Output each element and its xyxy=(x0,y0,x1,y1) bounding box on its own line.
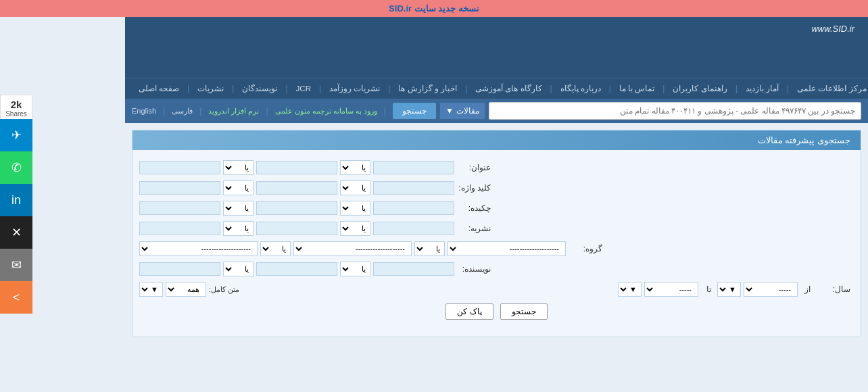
abstract-row: چکیده: یاونه یاونه xyxy=(139,201,854,216)
year-from-op[interactable]: ▼ xyxy=(717,282,741,297)
fulltext-select[interactable]: همه xyxy=(166,282,206,297)
fulltext-label: متن کامل: xyxy=(209,285,239,294)
keyword-input-2[interactable] xyxy=(256,181,337,195)
articles-dropdown-label: مقالات xyxy=(456,106,479,116)
nav-publications[interactable]: نشریات xyxy=(191,78,231,99)
title-input-2[interactable] xyxy=(256,161,337,174)
title-input-1[interactable] xyxy=(373,161,454,174)
title-op-1[interactable]: یاونه xyxy=(340,160,370,175)
journal-row: نشریه: یاونه یاونه xyxy=(139,221,854,236)
articles-dropdown[interactable]: مقالات ▼ xyxy=(440,103,485,119)
author-op-2[interactable]: یاونه xyxy=(223,262,254,276)
nav-guide[interactable]: راهنمای کاربران xyxy=(666,78,733,99)
banner-text: نسخه جدید سایت SID.ir xyxy=(389,3,479,14)
keyword-input-1[interactable] xyxy=(373,181,454,195)
keyword-op-1[interactable]: یاونه xyxy=(340,180,370,195)
nav-jcr[interactable]: JCR xyxy=(289,79,318,98)
year-label: سال: xyxy=(817,285,854,294)
abstract-label: چکیده: xyxy=(457,203,494,213)
author-row: نویسنده: یاونه یاونه xyxy=(139,262,854,276)
nav-stats[interactable]: آمار بازدید xyxy=(739,78,786,99)
button-row: جستجو پاک کن xyxy=(139,303,854,326)
clear-button[interactable]: پاک کن xyxy=(445,303,493,320)
search-button[interactable]: جستجو xyxy=(500,303,548,320)
top-banner: نسخه جدید سایت SID.ir xyxy=(0,0,868,17)
search-bar-row: مقالات ▼ جستجو | ورود به سامانه ترجمه مت… xyxy=(125,99,868,123)
shares-label: Shares xyxy=(3,110,29,118)
keyword-label: کلید واژه: xyxy=(457,183,494,193)
group-op-2[interactable]: یاونه xyxy=(260,241,291,256)
site-logo: www.SID.ir xyxy=(811,24,854,34)
share-number: 2k xyxy=(3,99,29,110)
year-to-op[interactable]: ▼ xyxy=(618,282,642,297)
nav-home[interactable]: صفحه اصلی xyxy=(132,78,186,99)
share-count: 2k Shares xyxy=(0,95,32,119)
advanced-search-title: جستجوی پیشرفته مقالات xyxy=(132,130,861,150)
nav-authors[interactable]: نویسندگان xyxy=(235,78,284,99)
nav-contact[interactable]: تماس با ما xyxy=(612,78,661,99)
social-sidebar: 2k Shares ✈ ✆ in ✕ ✉ < xyxy=(0,95,32,314)
journal-label: نشریه: xyxy=(457,224,494,233)
journal-op-1[interactable]: یاونه xyxy=(340,221,370,236)
year-fulltext-row: سال: از ----- ▼ تا ----- ▼ متن کامل: xyxy=(139,282,854,297)
dropdown-arrow-icon: ▼ xyxy=(445,106,454,116)
journal-op-2[interactable]: یاونه xyxy=(223,221,254,236)
android-link[interactable]: نرم افزار اندروید xyxy=(208,107,259,116)
title-input-3[interactable] xyxy=(139,161,220,174)
abstract-input-3[interactable] xyxy=(139,201,220,215)
group-label: گروه: xyxy=(569,244,606,253)
advanced-search-container: جستجوی پیشرفته مقالات عنوان: یاونه یاونه… xyxy=(132,130,861,337)
fulltext-op[interactable]: ▼ xyxy=(139,282,163,297)
from-label: از xyxy=(800,285,814,294)
title-row: عنوان: یاونه یاونه xyxy=(139,160,854,175)
email-button[interactable]: ✉ xyxy=(0,249,32,281)
nav-updated[interactable]: نشریات روزآمد xyxy=(322,78,387,99)
to-label: تا xyxy=(701,285,715,294)
main-wrapper: www.SID.ir صفحه اصلی | نشریات | نویسندگا… xyxy=(125,17,868,337)
author-input-3[interactable] xyxy=(139,262,220,276)
author-op-1[interactable]: یاونه xyxy=(340,262,370,276)
main-search-button[interactable]: جستجو xyxy=(393,103,436,119)
keyword-input-3[interactable] xyxy=(139,181,220,195)
nav-bar: صفحه اصلی | نشریات | نویسندگان | JCR | ن… xyxy=(125,78,868,99)
title-op-2[interactable]: یاونه xyxy=(223,160,254,175)
share-button[interactable]: < xyxy=(0,281,32,314)
keyword-row: کلید واژه: یاونه یاونه xyxy=(139,180,854,195)
group-select-1[interactable]: -------------------- xyxy=(448,241,566,256)
nav-news[interactable]: اخبار و گزارش ها xyxy=(391,78,464,99)
twitter-button[interactable]: ✕ xyxy=(0,216,32,249)
lang-english[interactable]: English xyxy=(132,107,156,115)
abstract-input-2[interactable] xyxy=(256,201,337,215)
author-input-1[interactable] xyxy=(373,262,454,276)
telegram-button[interactable]: ✈ xyxy=(0,119,32,151)
author-input-2[interactable] xyxy=(256,262,337,276)
author-label: نویسنده: xyxy=(457,264,494,274)
group-row: گروه: -------------------- یاونه -------… xyxy=(139,241,854,256)
abstract-op-2[interactable]: یاونه xyxy=(223,201,254,216)
nav-other-banks[interactable]: سایر بانک های مرکز اطلاعات علمی xyxy=(790,78,868,99)
advanced-search-body: عنوان: یاونه یاونه کلید واژه: یاونه xyxy=(132,150,861,337)
title-label: عنوان: xyxy=(457,163,494,172)
journal-input-3[interactable] xyxy=(139,222,220,235)
nav-workshops[interactable]: کارگاه های آموزشی xyxy=(468,78,548,99)
group-select-3[interactable]: -------------------- xyxy=(139,241,258,256)
journal-input-2[interactable] xyxy=(256,222,337,235)
group-op-1[interactable]: یاونه xyxy=(414,241,445,256)
abstract-input-1[interactable] xyxy=(373,201,454,215)
translate-link[interactable]: ورود به سامانه ترجمه متون علمی xyxy=(275,107,377,116)
journal-input-1[interactable] xyxy=(373,222,454,235)
keyword-op-2[interactable]: یاونه xyxy=(223,180,254,195)
year-from-select[interactable]: ----- xyxy=(744,282,798,297)
linkedin-button[interactable]: in xyxy=(0,184,32,216)
year-to-select[interactable]: ----- xyxy=(644,282,698,297)
group-select-2[interactable]: -------------------- xyxy=(293,241,412,256)
nav-about[interactable]: درباره پایگاه xyxy=(554,78,608,99)
main-search-input[interactable] xyxy=(489,102,861,120)
lang-persian[interactable]: فارسی xyxy=(172,107,193,116)
abstract-op-1[interactable]: یاونه xyxy=(340,201,370,216)
header-area: www.SID.ir xyxy=(125,17,868,78)
whatsapp-button[interactable]: ✆ xyxy=(0,151,32,184)
